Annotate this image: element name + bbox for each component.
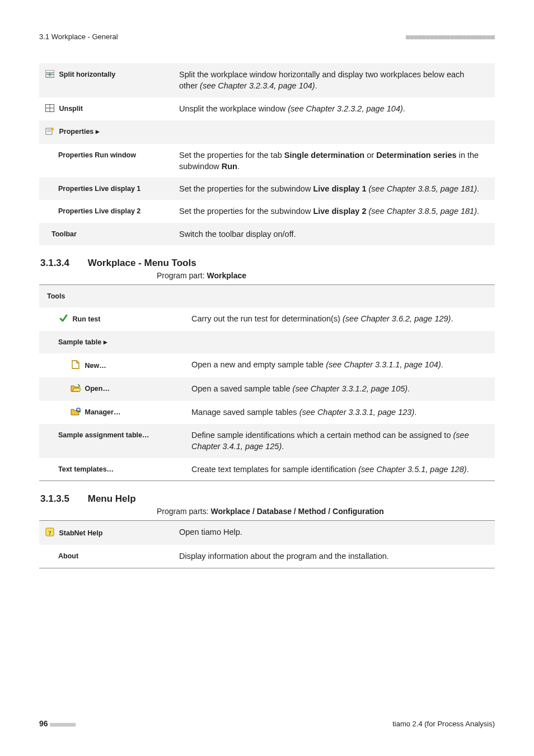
manager-label: Manager… (85, 408, 120, 416)
new-label: New… (85, 362, 106, 370)
split-horizontal-icon (45, 70, 55, 81)
sec1-pp-bold: Workplace (207, 271, 246, 280)
breadcrumb: 3.1 Workplace - General (39, 32, 118, 41)
prop-ld2-d3: . (477, 207, 479, 216)
prop-ld1-b1: Live display 1 (313, 184, 366, 193)
run-test-icon (58, 314, 68, 326)
assign-d1: Define sample identifications which a ce… (191, 431, 453, 440)
prop-run-b3: Run (222, 162, 237, 171)
section-3134-num: 3.1.3.4 (40, 258, 69, 268)
prop-ld1-d1: Set the properties for the subwindow (179, 184, 313, 193)
properties-icon (45, 127, 55, 138)
section-3134-title: Workplace - Menu Tools (88, 258, 196, 268)
templates-d1: Create text templates for sample identif… (191, 465, 358, 474)
tools-menu-table: Tools Run test Carry out the run test fo… (39, 284, 495, 480)
svg-point-8 (51, 128, 54, 130)
sample-table-label: Sample table ▸ (39, 331, 495, 353)
run-test-label: Run test (72, 315, 100, 323)
prop-ld1-ref: (see Chapter 3.8.5, page 181) (369, 184, 477, 193)
manager-d2: . (414, 408, 416, 417)
open-ref: (see Chapter 3.3.1.2, page 105) (293, 384, 408, 393)
about-label: About (39, 545, 176, 567)
about-desc: Display information about the program an… (176, 545, 495, 567)
section-3135-num: 3.1.3.5 (40, 493, 69, 504)
tools-header: Tools (39, 285, 495, 307)
help-icon: ? (45, 528, 55, 540)
run-test-d1: Carry out the run test for determination… (191, 314, 343, 323)
prop-ld1-d3: . (477, 184, 479, 193)
templates-d2: . (467, 465, 469, 474)
page-number: 96 (39, 719, 48, 728)
prop-run-d1: Set the properties for the tab (179, 151, 284, 160)
toolbar-desc: Switch the toolbar display on/off. (176, 223, 495, 245)
unsplit-desc-a: Unsplit the workplace window (179, 104, 288, 113)
open-label: Open… (85, 385, 109, 393)
properties-ld2-label: Properties Live display 2 (39, 200, 176, 222)
split-horizontal-ref: (see Chapter 3.2.3.4, page 104) (200, 81, 315, 90)
open-icon (71, 384, 81, 395)
sec1-pp-prefix: Program part: (157, 271, 207, 280)
header-ornament: ■■■■■■■■■■■■■■■■■■■■■■ (406, 33, 495, 41)
sec2-pp-bold: Workplace / Database / Method / Configur… (210, 507, 383, 516)
prop-run-d2: or (364, 151, 376, 160)
unsplit-label: Unsplit (59, 105, 82, 113)
text-templates-label: Text templates… (39, 458, 188, 480)
toolbar-label: Toolbar (39, 223, 176, 245)
stabnet-help-label: StabNet Help (59, 529, 102, 537)
view-menu-table: Split horizontally Split the workplace w… (39, 63, 495, 245)
templates-ref: (see Chapter 3.5.1, page 128) (358, 465, 466, 474)
footer-product: tiamo 2.4 (for Process Analysis) (392, 720, 495, 728)
svg-rect-0 (45, 70, 54, 73)
footer-ornament: ■■■■■■■■ (50, 721, 75, 728)
svg-line-10 (79, 411, 81, 412)
open-d1: Open a saved sample table (191, 384, 293, 393)
section-3135-title: Menu Help (88, 493, 136, 504)
new-ref: (see Chapter 3.3.1.1, page 104) (326, 360, 441, 369)
split-horizontal-label: Split horizontally (59, 71, 115, 78)
new-d2: . (441, 360, 443, 369)
svg-text:?: ? (48, 529, 51, 535)
new-d1: Open a new and empty sample table (191, 360, 326, 369)
manager-d1: Manage saved sample tables (191, 408, 299, 417)
stabnet-help-desc: Open tiamo Help. (176, 520, 495, 545)
sample-assignment-label: Sample assignment table… (39, 424, 188, 458)
prop-ld2-b1: Live display 2 (313, 207, 366, 216)
manager-ref: (see Chapter 3.3.3.1, page 123) (299, 408, 415, 417)
unsplit-icon (45, 104, 55, 115)
properties-ld1-label: Properties Live display 1 (39, 178, 176, 200)
help-menu-table: ? StabNet Help Open tiamo Help. About Di… (39, 520, 495, 568)
sec2-pp-prefix: Program parts: (157, 507, 210, 516)
unsplit-desc-b: . (403, 104, 405, 113)
unsplit-ref: (see Chapter 3.2.3.2, page 104) (288, 104, 403, 113)
split-horizontal-desc-b: . (315, 81, 317, 90)
assign-d2: . (282, 442, 284, 451)
manager-icon (71, 408, 81, 419)
properties-run-label: Properties Run window (39, 144, 176, 178)
prop-ld2-d1: Set the properties for the subwindow (179, 207, 313, 216)
run-test-ref: (see Chapter 3.6.2, page 129) (343, 314, 451, 323)
run-test-d2: . (451, 314, 453, 323)
properties-label: Properties ▸ (59, 128, 99, 136)
prop-run-b1: Single determination (284, 151, 364, 160)
prop-ld2-ref: (see Chapter 3.8.5, page 181) (369, 207, 477, 216)
prop-run-b2: Determination series (376, 151, 456, 160)
open-d2: . (407, 384, 410, 393)
new-icon (71, 360, 81, 372)
prop-run-d4: . (237, 162, 240, 171)
